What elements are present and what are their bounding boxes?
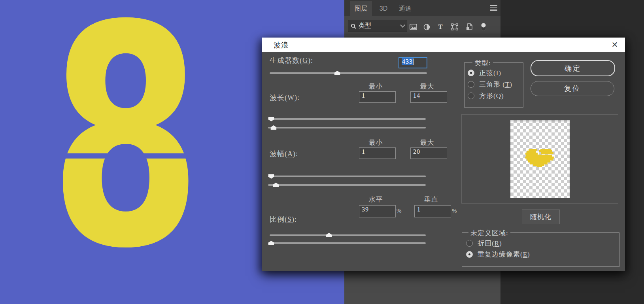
wavelength-min-input[interactable]: 1 [359, 91, 396, 103]
wavelength-max-header: 最大 [410, 82, 444, 91]
scale-vertical-header: 垂直 [414, 195, 448, 204]
ok-button[interactable]: 确定 [531, 60, 615, 76]
scale-horizontal-thumb[interactable] [326, 233, 332, 237]
type-group: 类型: 正弦(I) 三角形 (T) 方形(Q) [464, 62, 523, 108]
type-filter-icon[interactable]: T [436, 22, 445, 32]
artwork-slice [0, 153, 256, 159]
undefined-option-wrap[interactable]: 折回(R) [466, 239, 502, 248]
tab-3d[interactable]: 3D [374, 1, 393, 16]
close-icon[interactable]: ✕ [609, 39, 621, 50]
tab-layers[interactable]: 图层 [350, 1, 372, 16]
scale-horizontal-unit: % [397, 208, 402, 214]
scale-vertical-thumb[interactable] [268, 241, 274, 245]
scale-vertical-input[interactable]: 1 [414, 205, 451, 217]
image-filter-icon[interactable] [409, 22, 417, 32]
generators-slider-thumb[interactable] [334, 71, 340, 75]
wavelength-max-input[interactable]: 14 [410, 91, 447, 103]
dialog-title: 波浪 [274, 40, 289, 50]
shape-filter-icon[interactable] [450, 22, 459, 32]
type-group-legend: 类型: [472, 59, 493, 68]
scale-label: 比例(S): [270, 215, 297, 224]
radio-selected-icon [466, 251, 473, 258]
radio-icon [468, 81, 474, 88]
scale-horizontal-slider[interactable] [270, 233, 426, 238]
scale-horizontal-header: 水平 [359, 195, 393, 204]
wave-preview-shape [525, 149, 555, 168]
amplitude-min-input[interactable]: 1 [359, 147, 396, 159]
search-icon [351, 23, 356, 29]
undefined-areas-legend: 未定义区域: [468, 228, 510, 238]
radio-icon [466, 240, 473, 247]
layer-filter-dropdown[interactable]: 类型 [348, 20, 407, 32]
transparency-preview [510, 120, 570, 198]
dialog-titlebar[interactable]: 波浪 ✕ [262, 38, 625, 52]
scale-horizontal-input[interactable]: 39 [359, 205, 396, 217]
generators-label: 生成器数(G): [270, 56, 313, 65]
generators-input[interactable]: 433 [398, 57, 427, 68]
wavelength-min-slider[interactable] [268, 117, 426, 121]
scale-vertical-slider[interactable] [268, 241, 426, 245]
amplitude-min-slider[interactable] [268, 174, 426, 179]
wavelength-label: 波长(W): [270, 93, 300, 102]
amplitude-min-header: 最小 [359, 138, 393, 147]
panel-menu-icon[interactable] [490, 5, 497, 11]
layer-filter-value: 类型 [359, 22, 398, 30]
amplitude-max-input[interactable]: 20 [410, 147, 447, 159]
reset-button[interactable]: 复位 [531, 81, 614, 96]
type-option-triangle[interactable]: 三角形 (T) [468, 80, 512, 89]
wave-dialog: 波浪 ✕ 生成器数(G): 433 最小 最大 波长(W): 1 14 最小 最… [262, 38, 625, 271]
wavelength-max-slider[interactable] [268, 125, 426, 130]
wavelength-max-thumb[interactable] [270, 125, 276, 130]
type-option-square[interactable]: 方形(Q) [468, 91, 504, 100]
filter-toggle-icon[interactable] [479, 22, 488, 32]
layers-panel: 图层 3D 通道 类型 T [344, 0, 500, 35]
chevron-down-icon [400, 23, 405, 28]
radio-icon [468, 93, 474, 99]
layer-filter-row: 类型 T [344, 16, 500, 35]
text-caret [413, 59, 414, 65]
wave-preview-panel [461, 114, 618, 204]
type-option-sine[interactable]: 正弦(I) [468, 68, 501, 77]
amplitude-max-slider[interactable] [268, 183, 426, 187]
artwork-digit-8: 8 [49, 0, 202, 290]
amplitude-label: 波幅(A): [270, 149, 298, 159]
randomize-button[interactable]: 随机化 [522, 210, 560, 224]
tab-channels[interactable]: 通道 [394, 1, 416, 16]
amplitude-min-thumb[interactable] [268, 174, 274, 179]
wavelength-min-thumb[interactable] [268, 117, 274, 121]
amplitude-max-header: 最大 [410, 138, 444, 147]
photoshop-screen: 8 图层 3D 通道 类型 T [0, 0, 644, 304]
radio-selected-icon [468, 70, 474, 76]
scale-vertical-unit: % [452, 208, 457, 214]
wavelength-min-header: 最小 [359, 82, 393, 91]
undefined-areas-group: 未定义区域: 折回(R) 重复边缘像素(E) [462, 232, 619, 267]
generators-slider[interactable] [270, 71, 427, 76]
undefined-option-repeat-edge[interactable]: 重复边缘像素(E) [466, 250, 530, 259]
adjustment-filter-icon[interactable] [422, 22, 431, 32]
smart-object-filter-icon[interactable] [465, 22, 474, 32]
amplitude-max-thumb[interactable] [273, 183, 279, 187]
panel-tabstrip: 图层 3D 通道 [344, 0, 500, 16]
